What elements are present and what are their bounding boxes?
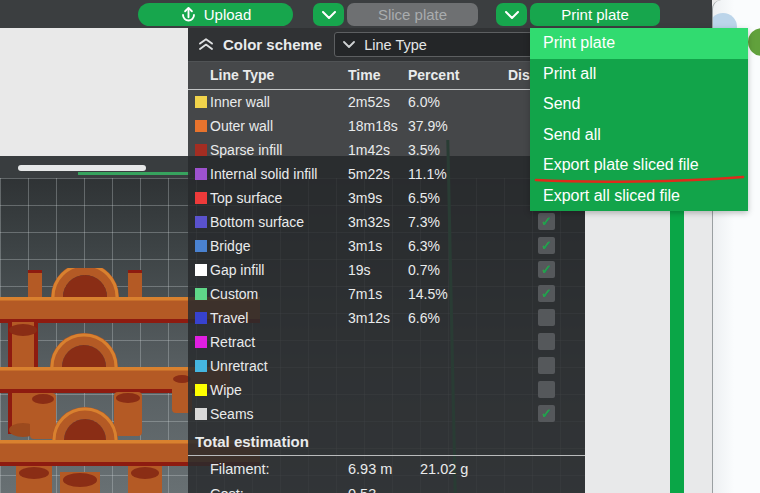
line-type-color-swatch [195,312,207,324]
collapse-panel-icon[interactable] [198,38,214,51]
filament-row: Filament: 6.93 m 21.02 g [188,456,585,481]
display-checkbox[interactable] [538,381,555,398]
menu-item-print-plate[interactable]: Print plate [530,28,748,59]
legend-row-internal-solid-infill: Internal solid infill 5m22s 11.1% ✓ [188,162,585,186]
line-type-label: Seams [210,406,254,422]
upload-button[interactable]: Upload [138,3,293,26]
upload-icon [180,6,197,23]
slicer-preview-window: Color scheme Line Type Line Type Time Pe… [0,0,760,493]
menu-item-label: Export all sliced file [543,187,680,205]
total-estimation-section: Total estimation Filament: 6.93 m 21.02 … [188,426,585,493]
display-checkbox[interactable]: ✓ [538,237,555,254]
sidebar-green-circle-button[interactable] [748,28,760,56]
legend-row-top-surface: Top surface 3m9s 6.5% ✓ [188,186,585,210]
legend-row-sparse-infill: Sparse infill 1m42s 3.5% ✓ [188,138,585,162]
line-type-label: Inner wall [210,94,270,110]
legend-row-seams: Seams ✓ [188,402,585,426]
cost-row: Cost: 0.53 [188,481,585,493]
line-type-percent: 3.5% [408,142,440,158]
line-type-percent: 0.7% [408,262,440,278]
line-type-percent: 7.3% [408,214,440,230]
line-type-color-swatch [195,288,207,300]
legend-row-wipe: Wipe [188,378,585,402]
legend-row-unretract: Unretract [188,354,585,378]
filament-length: 6.93 m [348,461,392,477]
filament-weight: 21.02 g [420,461,468,477]
legend-row-outer-wall: Outer wall 18m18s 37.9% ✓ [188,114,585,138]
line-type-time: 7m1s [348,286,382,302]
line-type-time: 18m18s [348,118,398,134]
display-checkbox[interactable] [538,333,555,350]
line-type-label: Wipe [210,382,242,398]
plate-front-highlight-line [78,172,190,175]
print-dropdown-menu: Print plate Print all Send Send all Expo… [530,28,748,211]
slice-plate-button[interactable]: Slice plate [347,3,478,26]
display-checkbox[interactable]: ✓ [538,261,555,278]
chevron-down-icon [322,11,336,19]
line-type-time: 3m1s [348,238,382,254]
line-type-percent: 6.6% [408,310,440,326]
legend-table-header: Line Type Time Percent Display [188,62,585,90]
display-checkbox[interactable]: ✓ [538,285,555,302]
menu-item-label: Export plate sliced file [543,156,699,174]
legend-row-bridge: Bridge 3m1s 6.3% ✓ [188,234,585,258]
line-type-label: Top surface [210,190,282,206]
chevron-down-icon [343,41,355,48]
cost-value: 0.53 [348,486,376,493]
col-line-type: Line Type [210,67,274,83]
line-type-label: Travel [210,310,248,326]
line-type-time: 3m12s [348,310,390,326]
cost-label: Cost: [210,486,244,493]
panel-title: Color scheme [223,36,322,53]
line-type-percent: 11.1% [408,166,447,182]
line-type-percent: 6.0% [408,94,440,110]
line-type-time: 1m42s [348,142,390,158]
line-type-label: Unretract [210,358,268,374]
menu-item-send[interactable]: Send [530,89,748,120]
menu-item-label: Send all [543,126,601,144]
line-type-color-swatch [195,144,207,156]
menu-item-label: Send [543,95,580,113]
filament-label: Filament: [210,461,270,477]
line-type-label: Bottom surface [210,214,304,230]
legend-row-gap-infill: Gap infill 19s 0.7% ✓ [188,258,585,282]
top-toolbar: Upload Slice plate Print plate [0,0,712,28]
menu-item-export-plate-sliced-file[interactable]: Export plate sliced file [530,150,748,181]
menu-item-export-all-sliced-file[interactable]: Export all sliced file [530,181,748,212]
legend-panel-header: Color scheme Line Type [188,28,585,62]
legend-row-bottom-surface: Bottom surface 3m32s 7.3% ✓ [188,210,585,234]
line-type-time: 5m22s [348,166,390,182]
line-type-label: Internal solid infill [210,166,317,182]
chevron-down-icon [505,11,519,19]
legend-row-retract: Retract [188,330,585,354]
legend-table-rows: Inner wall 2m52s 6.0% ✓ Outer wall 18m18… [188,90,585,426]
line-type-time: 3m32s [348,214,390,230]
col-time: Time [348,67,380,83]
line-type-time: 2m52s [348,94,390,110]
line-type-color-swatch [195,360,207,372]
line-type-color-swatch [195,192,207,204]
display-checkbox[interactable] [538,357,555,374]
legend-row-custom: Custom 7m1s 14.5% ✓ [188,282,585,306]
slice-plate-label: Slice plate [378,6,447,23]
line-type-color-swatch [195,336,207,348]
line-type-color-swatch [195,384,207,396]
display-checkbox[interactable]: ✓ [538,213,555,230]
display-checkbox[interactable]: ✓ [538,405,555,422]
print-options-chevron-button[interactable] [496,3,527,26]
menu-item-print-all[interactable]: Print all [530,59,748,90]
line-type-percent: 14.5% [408,286,448,302]
menu-item-send-all[interactable]: Send all [530,120,748,151]
col-percent: Percent [408,67,459,83]
build-plate-handle-slot [18,165,146,171]
line-type-color-swatch [195,96,207,108]
line-type-color-swatch [195,408,207,420]
slice-options-chevron-button[interactable] [313,3,344,26]
line-type-label: Custom [210,286,258,302]
upload-label: Upload [204,6,252,23]
display-checkbox[interactable] [538,309,555,326]
line-type-percent: 6.5% [408,190,440,206]
line-type-time: 3m9s [348,190,382,206]
print-plate-button[interactable]: Print plate [530,3,660,26]
preview-legend-panel: Color scheme Line Type Line Type Time Pe… [188,28,585,493]
